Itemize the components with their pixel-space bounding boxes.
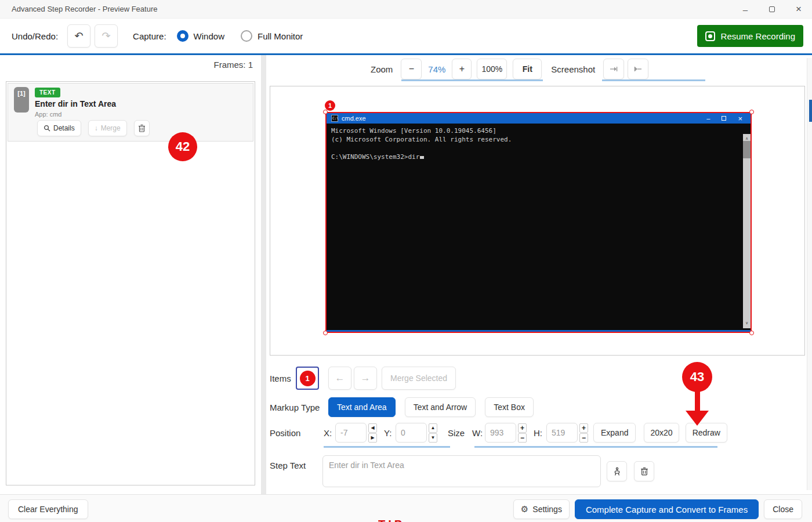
selection-handle-top-right[interactable]	[749, 110, 754, 114]
minimize-button[interactable]: –	[732, 0, 759, 19]
cmd-window-screenshot: C:\ cmd.exe – × Microsoft Windows [Versi…	[327, 113, 751, 332]
markup-text-box-button[interactable]: Text Box	[485, 397, 534, 417]
x-decrement-button[interactable]: ◀	[368, 423, 377, 433]
x-spinner: ◀ ▶	[368, 423, 377, 443]
merge-label: Merge	[101, 124, 121, 132]
details-button[interactable]: Details	[37, 120, 81, 136]
close-button[interactable]: ×	[785, 0, 812, 19]
y-input[interactable]	[396, 423, 427, 443]
prev-screenshot-button[interactable]	[603, 59, 624, 79]
redraw-button[interactable]: Redraw	[686, 423, 727, 443]
resume-recording-button[interactable]: Resume Recording	[697, 25, 803, 47]
capture-full-monitor-radio[interactable]	[241, 30, 252, 42]
merge-button[interactable]: ↓ Merge	[88, 120, 127, 136]
auto-text-button[interactable]	[607, 461, 627, 481]
screenshot-canvas[interactable]: 1 C:\ cmd.exe – ×	[270, 86, 805, 356]
zoom-underline	[401, 79, 543, 81]
scroll-down-icon[interactable]: ∨	[743, 319, 751, 328]
undo-button[interactable]: ↶	[67, 24, 90, 48]
resume-recording-label: Resume Recording	[721, 31, 795, 41]
clear-everything-button[interactable]: Clear Everything	[8, 499, 88, 519]
markup-type-label: Markup Type	[270, 403, 328, 412]
capture-window-label[interactable]: Window	[194, 31, 224, 41]
x-increment-button[interactable]: ▶	[368, 433, 377, 443]
w-input[interactable]	[485, 423, 516, 443]
settings-label: Settings	[532, 505, 562, 514]
item-1-marker: 1	[300, 371, 316, 386]
delete-frame-button[interactable]	[134, 120, 150, 136]
prev-item-button[interactable]: ←	[328, 367, 351, 390]
items-row: Items 1 ← → Merge Selected	[270, 367, 456, 390]
item-1-button[interactable]: 1	[296, 367, 319, 390]
zoom-value: 74%	[422, 64, 452, 74]
arrow-left-icon: ←	[335, 372, 345, 384]
arrow-right-icon: →	[361, 372, 371, 384]
w-decrement-button[interactable]: −	[518, 433, 527, 443]
annotation-arrow-43	[695, 391, 700, 412]
h-increment-button[interactable]: +	[579, 423, 588, 433]
markup-text-and-arrow-button[interactable]: Text and Arrow	[405, 397, 476, 417]
cmd-scrollbar-thumb[interactable]	[743, 141, 751, 158]
undo-redo-label: Undo/Redo:	[12, 31, 58, 41]
trash-icon	[640, 467, 648, 476]
expand-button[interactable]: Expand	[593, 423, 636, 443]
maximize-icon	[769, 6, 775, 12]
main-scrollbar[interactable]	[807, 58, 812, 490]
markup-text-and-area-button[interactable]: Text and Area	[328, 397, 396, 417]
frame-type-badge: TEXT	[35, 88, 60, 97]
w-increment-button[interactable]: +	[518, 423, 527, 433]
h-decrement-button[interactable]: −	[579, 433, 588, 443]
terminal-line: (c) Microsoft Corporation. All rights re…	[331, 135, 746, 144]
h-spinner: + −	[579, 423, 588, 443]
main-toolbar: Undo/Redo: ↶ ↷ Capture: Window Full Moni…	[0, 19, 812, 53]
panel-splitter[interactable]	[261, 55, 266, 494]
fit-button[interactable]: Fit	[513, 59, 542, 79]
step-text-input[interactable]: Enter dir in Text Area	[322, 455, 601, 487]
main-scrollbar-thumb[interactable]	[809, 100, 812, 122]
markup-selection-rectangle[interactable]: C:\ cmd.exe – × Microsoft Windows [Versi…	[325, 112, 752, 333]
maximize-button[interactable]	[759, 0, 785, 19]
cmd-app-icon: C:\	[331, 115, 338, 122]
frame-app-label: App: cmd	[35, 111, 61, 118]
selection-handle-bottom-left[interactable]	[323, 331, 328, 335]
zoom-in-button[interactable]: +	[452, 59, 472, 79]
h-input[interactable]	[546, 423, 578, 443]
frame-card[interactable]: [1] TEXT Enter dir in Text Area App: cmd…	[8, 83, 253, 142]
y-decrement-button[interactable]: ▼	[429, 433, 437, 443]
y-label: Y:	[384, 428, 396, 438]
next-screenshot-button[interactable]	[628, 59, 648, 79]
zoom-out-button[interactable]: −	[401, 59, 422, 79]
frames-panel: Frames: 1 [1] TEXT Enter dir in Text Are…	[0, 55, 261, 494]
capture-full-monitor-label[interactable]: Full Monitor	[258, 31, 303, 41]
capture-window-radio[interactable]	[177, 30, 188, 42]
zoom-label: Zoom	[371, 64, 393, 74]
window-controls: – ×	[732, 0, 812, 19]
clear-step-text-button[interactable]	[634, 461, 654, 481]
cmd-close-icon: ×	[738, 114, 742, 123]
preview-toolbar: Zoom − 74% + 100% Fit Screenshot	[371, 58, 648, 80]
position-underline	[324, 446, 450, 448]
merge-selected-button[interactable]: Merge Selected	[382, 367, 456, 390]
close-dialog-button[interactable]: Close	[764, 499, 802, 519]
cmd-titlebar: C:\ cmd.exe – ×	[327, 113, 751, 124]
complete-capture-button[interactable]: Complete Capture and Convert to Frames	[575, 499, 759, 519]
screenshot-underline	[602, 79, 705, 81]
screenshot-label: Screenshot	[551, 64, 595, 74]
x-label: X:	[324, 428, 335, 438]
arrow-to-bar-left-icon	[610, 66, 618, 72]
next-item-button[interactable]: →	[354, 367, 377, 390]
arrow-down-icon: ↓	[95, 124, 98, 132]
cmd-maximize-icon	[722, 116, 726, 121]
step-text-row: Step Text Enter dir in Text Area	[270, 455, 654, 487]
robot-icon	[612, 467, 622, 476]
cmd-scrollbar[interactable]: ∧ ∨	[743, 134, 751, 328]
resize-20x20-button[interactable]: 20x20	[644, 423, 679, 443]
selection-handle-top-left[interactable]	[323, 110, 328, 114]
selection-handle-bottom-right[interactable]	[749, 331, 754, 335]
y-increment-button[interactable]: ▲	[429, 423, 437, 433]
x-input[interactable]	[335, 423, 367, 443]
redo-button[interactable]: ↷	[95, 24, 118, 48]
settings-button[interactable]: ⚙ Settings	[513, 499, 570, 519]
annotation-arrow-43-head	[686, 411, 709, 426]
zoom-100-button[interactable]: 100%	[477, 59, 507, 79]
